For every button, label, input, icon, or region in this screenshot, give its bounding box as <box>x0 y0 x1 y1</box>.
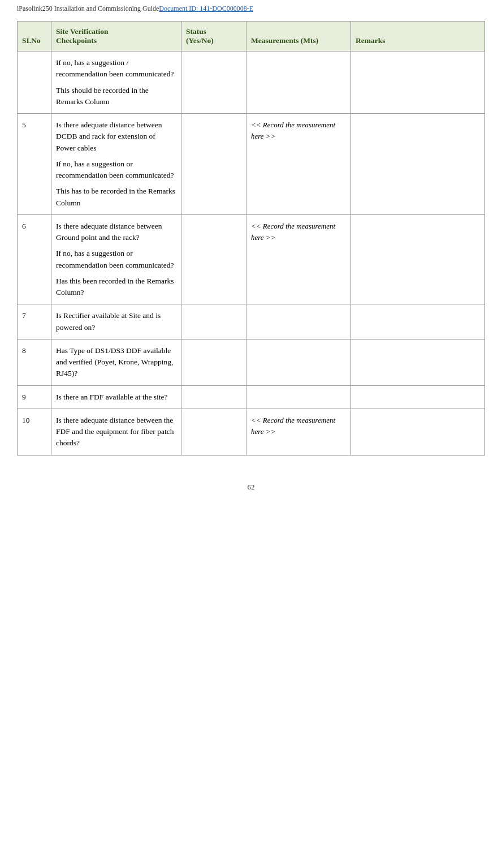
page-footer: 62 <box>0 472 502 497</box>
status-cell <box>181 339 246 385</box>
col-header-status: Status(Yes/No) <box>181 22 246 51</box>
status-cell <box>181 409 246 455</box>
page-header: iPasolink250 Installation and Commission… <box>0 0 502 15</box>
checkpoint-cell: Is there an FDF available at the site? <box>51 385 181 409</box>
measurements-cell <box>246 304 351 340</box>
col-header-remarks: Remarks <box>351 22 485 51</box>
remarks-cell <box>351 339 485 385</box>
col-header-sino: SI.No <box>18 22 51 51</box>
table-row: 9Is there an FDF available at the site? <box>18 385 485 409</box>
status-cell <box>181 114 246 215</box>
table-row: 10Is there adequate distance between the… <box>18 409 485 455</box>
sino-cell: 7 <box>18 304 51 340</box>
measurements-cell: << Record the measurement here >> <box>246 114 351 215</box>
remarks-cell <box>351 51 485 114</box>
checkpoint-cell: If no, has a suggestion / recommendation… <box>51 51 181 114</box>
remarks-cell <box>351 304 485 340</box>
doc-id: Document ID: 141-DOC000008-E <box>159 5 253 13</box>
sino-cell: 8 <box>18 339 51 385</box>
status-cell <box>181 385 246 409</box>
sino-cell <box>18 51 51 114</box>
table-header-row: SI.No Site VerificationCheckpoints Statu… <box>18 22 485 51</box>
sino-cell: 5 <box>18 114 51 215</box>
remarks-cell <box>351 409 485 455</box>
col-header-measurements: Measurements (Mts) <box>246 22 351 51</box>
page-number: 62 <box>248 483 255 491</box>
checkpoint-cell: Is there adequate distance between the F… <box>51 409 181 455</box>
measurements-cell <box>246 385 351 409</box>
sino-cell: 10 <box>18 409 51 455</box>
status-cell <box>181 304 246 340</box>
checkpoint-cell: Has Type of DS1/DS3 DDF available and ve… <box>51 339 181 385</box>
measurements-cell <box>246 51 351 114</box>
checkpoint-cell: Is Rectifier available at Site and is po… <box>51 304 181 340</box>
col-header-checkpoint: Site VerificationCheckpoints <box>51 22 181 51</box>
status-cell <box>181 214 246 304</box>
sino-cell: 9 <box>18 385 51 409</box>
remarks-cell <box>351 114 485 215</box>
measurements-cell <box>246 339 351 385</box>
measurements-cell: << Record the measurement here >> <box>246 409 351 455</box>
page-content: SI.No Site VerificationCheckpoints Statu… <box>0 15 502 472</box>
table-row: 6Is there adequate distance between Grou… <box>18 214 485 304</box>
remarks-cell <box>351 214 485 304</box>
status-cell <box>181 51 246 114</box>
remarks-cell <box>351 385 485 409</box>
measurements-cell: << Record the measurement here >> <box>246 214 351 304</box>
sino-cell: 6 <box>18 214 51 304</box>
checkpoint-cell: Is there adequate distance between Groun… <box>51 214 181 304</box>
breadcrumb-text: iPasolink250 Installation and Commission… <box>17 5 159 13</box>
table-row: 7Is Rectifier available at Site and is p… <box>18 304 485 340</box>
table-row: 8Has Type of DS1/DS3 DDF available and v… <box>18 339 485 385</box>
table-row: If no, has a suggestion / recommendation… <box>18 51 485 114</box>
checkpoint-cell: Is there adequate distance between DCDB … <box>51 114 181 215</box>
table-row: 5Is there adequate distance between DCDB… <box>18 114 485 215</box>
verification-table: SI.No Site VerificationCheckpoints Statu… <box>17 21 485 456</box>
